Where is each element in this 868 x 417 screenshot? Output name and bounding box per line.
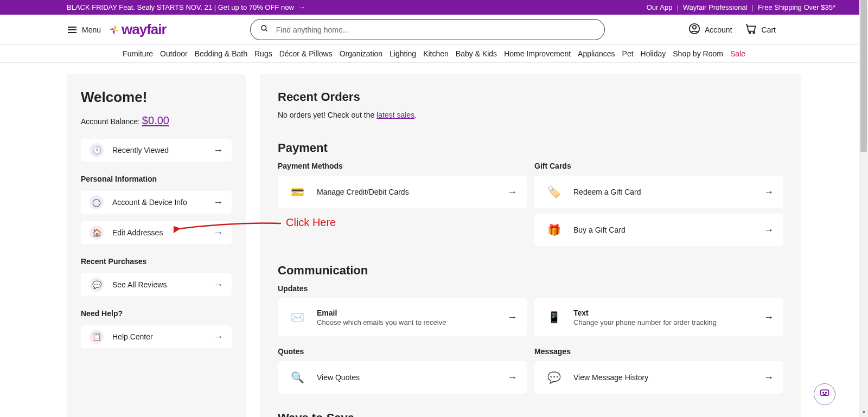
- svg-point-4: [749, 32, 750, 34]
- nav-rugs[interactable]: Rugs: [254, 49, 272, 58]
- search-input[interactable]: [276, 25, 595, 34]
- promo-link-app[interactable]: Our App: [647, 3, 673, 11]
- redeem-gift-card[interactable]: 🏷️ Redeem a Gift Card →: [534, 176, 783, 208]
- account-button[interactable]: Account: [688, 23, 732, 36]
- header-actions: Account Cart: [688, 23, 776, 36]
- logo[interactable]: wayfair: [110, 21, 167, 38]
- nav-appliances[interactable]: Appliances: [578, 49, 615, 58]
- nav-bedding[interactable]: Bedding & Bath: [195, 49, 247, 58]
- nav-shop-by-room[interactable]: Shop by Room: [673, 49, 723, 58]
- nav-lighting[interactable]: Lighting: [390, 49, 416, 58]
- arrow-right-icon: →: [764, 187, 774, 198]
- nav-pet[interactable]: Pet: [622, 49, 634, 58]
- separator: |: [676, 3, 678, 11]
- messages-icon: 💬: [544, 368, 564, 387]
- view-quotes-label: View Quotes: [317, 373, 497, 382]
- quotes-subheading: Quotes: [278, 347, 527, 356]
- redeem-gift-label: Redeem a Gift Card: [573, 188, 754, 196]
- account-device-card[interactable]: ◯ Account & Device Info →: [81, 191, 232, 214]
- recently-viewed-card[interactable]: 🕐 Recently Viewed →: [81, 139, 232, 162]
- arrow-right-icon: →: [213, 197, 223, 208]
- cart-button[interactable]: Cart: [745, 23, 776, 36]
- arrow-right-icon: →: [507, 372, 517, 383]
- recently-viewed-icon: 🕐: [90, 143, 104, 157]
- promo-left-link[interactable]: BLACK FRIDAY Feat. Sealy STARTS NOV. 21 …: [0, 3, 305, 11]
- email-card[interactable]: ✉️ Email Choose which emails you want to…: [278, 298, 527, 336]
- recently-viewed-label: Recently Viewed: [112, 146, 205, 155]
- arrow-right-icon: →: [213, 331, 223, 343]
- phone-icon: 📱: [544, 307, 564, 327]
- arrow-right-icon: →: [764, 224, 774, 236]
- promo-text: BLACK FRIDAY Feat. Sealy STARTS NOV. 21 …: [67, 3, 294, 11]
- promo-bar: BLACK FRIDAY Feat. Sealy STARTS NOV. 21 …: [0, 0, 868, 15]
- buy-gift-label: Buy a Gift Card: [573, 226, 754, 234]
- nav-holiday[interactable]: Holiday: [641, 49, 666, 58]
- help-center-card[interactable]: 📋 Help Center →: [81, 325, 232, 348]
- logo-text: wayfair: [122, 21, 167, 38]
- need-help-heading: Need Help?: [81, 309, 232, 318]
- edit-addresses-label: Edit Addresses: [112, 228, 205, 237]
- view-messages-card[interactable]: 💬 View Message History →: [534, 361, 783, 394]
- search-icon: [260, 24, 269, 35]
- email-subtitle: Choose which emails you want to receive: [317, 318, 497, 326]
- account-main: Recent Orders No orders yet! Check out t…: [260, 74, 801, 417]
- svg-point-5: [753, 32, 755, 34]
- promo-link-professional[interactable]: Wayfair Professional: [683, 3, 748, 11]
- hamburger-icon: [68, 27, 76, 33]
- balance-row: Account Balance: $0.00: [81, 114, 232, 127]
- balance-label: Account Balance:: [81, 117, 142, 126]
- text-title: Text: [573, 309, 754, 317]
- see-reviews-card[interactable]: 💬 See All Reviews →: [81, 273, 232, 296]
- arrow-right-icon: →: [213, 227, 223, 239]
- svg-point-3: [693, 25, 696, 29]
- latest-sales-link[interactable]: latest sales: [376, 111, 414, 119]
- email-icon: ✉️: [288, 307, 307, 327]
- see-reviews-label: See All Reviews: [112, 280, 205, 289]
- nav-sale[interactable]: Sale: [730, 49, 745, 58]
- nav-decor[interactable]: Décor & Pillows: [279, 49, 333, 58]
- chat-fab-button[interactable]: [814, 383, 835, 405]
- menu-button[interactable]: Menu: [0, 25, 101, 34]
- search-box[interactable]: [250, 19, 605, 40]
- account-icon: [688, 23, 700, 36]
- account-label: Account: [705, 25, 732, 34]
- manage-cards-label: Manage Credit/Debit Cards: [317, 188, 497, 196]
- arrow-right-icon: →: [507, 312, 517, 323]
- arrow-right-icon: →: [213, 279, 223, 291]
- balance-amount-link[interactable]: $0.00: [142, 114, 169, 126]
- promo-link-shipping[interactable]: Free Shipping Over $35*: [758, 3, 835, 11]
- scrollbar-thumb[interactable]: [860, 0, 867, 152]
- text-card[interactable]: 📱 Text Change your phone number for orde…: [534, 298, 783, 336]
- no-orders-text: No orders yet! Check out the latest sale…: [278, 111, 783, 119]
- nav-organization[interactable]: Organization: [340, 49, 382, 58]
- house-icon: 🏠: [90, 226, 104, 240]
- manage-cards-card[interactable]: 💳 Manage Credit/Debit Cards →: [278, 176, 527, 208]
- scrollbar-down-icon[interactable]: ▾: [859, 407, 868, 416]
- nav-furniture[interactable]: Furniture: [123, 49, 153, 58]
- arrow-right-icon: →: [764, 372, 774, 383]
- messages-subheading: Messages: [534, 347, 783, 356]
- cart-label: Cart: [762, 25, 776, 34]
- gift-tag-icon: 🏷️: [544, 182, 564, 202]
- view-quotes-card[interactable]: 🔍 View Quotes →: [278, 361, 527, 394]
- nav-baby[interactable]: Baby & Kids: [456, 49, 497, 58]
- recent-orders-heading: Recent Orders: [278, 90, 783, 104]
- payment-methods-col: Payment Methods 💳 Manage Credit/Debit Ca…: [278, 162, 527, 246]
- payment-heading: Payment: [278, 141, 783, 155]
- help-icon: 📋: [90, 330, 104, 344]
- nav-outdoor[interactable]: Outdoor: [160, 49, 188, 58]
- payment-row: Payment Methods 💳 Manage Credit/Debit Ca…: [278, 162, 783, 246]
- separator: |: [752, 3, 754, 11]
- payment-methods-subheading: Payment Methods: [278, 162, 527, 170]
- nav-kitchen[interactable]: Kitchen: [423, 49, 449, 58]
- svg-line-1: [265, 29, 267, 31]
- nav-home-improvement[interactable]: Home Improvement: [504, 49, 571, 58]
- quotes-messages-row: Quotes 🔍 View Quotes → Messages 💬 View M…: [278, 347, 783, 394]
- svg-point-8: [826, 392, 827, 393]
- scrollbar[interactable]: ▾: [859, 0, 868, 417]
- edit-addresses-card[interactable]: 🏠 Edit Addresses →: [81, 221, 232, 244]
- nav-bar: Furniture Outdoor Bedding & Bath Rugs Dé…: [0, 45, 868, 63]
- recent-purchases-heading: Recent Purchases: [81, 257, 232, 266]
- buy-gift-card[interactable]: 🎁 Buy a Gift Card →: [534, 214, 783, 246]
- email-title: Email: [317, 309, 497, 317]
